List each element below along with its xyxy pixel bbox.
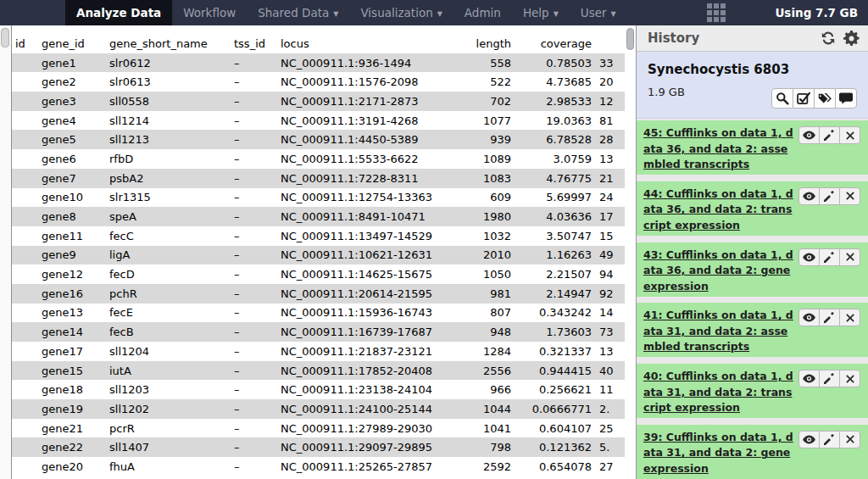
- table-cell: 1044: [476, 399, 511, 419]
- history-item-title[interactable]: 41: Cufflinks on data 1, data 31, and da…: [643, 308, 797, 355]
- table-cell: NC_000911.1:8491-10471: [281, 207, 476, 226]
- grid-menu-icon[interactable]: [707, 3, 727, 24]
- table-cell: –: [234, 207, 281, 226]
- nav-item[interactable]: Visualization ▼: [349, 0, 453, 25]
- nav-item-label: Analyze Data: [76, 6, 161, 19]
- table-cell: rfbD: [109, 149, 234, 169]
- table-row: gene16pchR–NC_000911.1:20614-215959812.1…: [12, 284, 625, 304]
- table-cell: 40: [592, 361, 625, 381]
- delete-icon[interactable]: [839, 248, 860, 266]
- table-cell: 2.21507: [511, 265, 592, 284]
- delete-icon[interactable]: [839, 126, 860, 144]
- table-cell: 14: [592, 304, 625, 323]
- table-cell: NC_000911.1:12754-13363: [281, 188, 476, 208]
- history-item[interactable]: 45: Cufflinks on data 1, data 36, and da…: [637, 120, 868, 175]
- column-header-coverage: coverage: [511, 34, 592, 53]
- table-cell: NC_000911.1:27989-29030: [281, 419, 476, 438]
- nav-item[interactable]: Shared Data ▼: [247, 0, 349, 25]
- table-cell: [12, 380, 42, 399]
- table-row: gene14fecB–NC_000911.1:16739-176879481.7…: [12, 322, 625, 342]
- history-item-title[interactable]: 44: Cufflinks on data 1, data 36, and da…: [643, 187, 797, 234]
- table-cell: [12, 169, 42, 188]
- annotation-icon[interactable]: [835, 88, 857, 109]
- table-cell: 17: [592, 207, 625, 226]
- history-item[interactable]: 39: Cufflinks on data 1, data 31, and da…: [637, 425, 868, 479]
- history-item-title[interactable]: 40: Cufflinks on data 1, data 31, and da…: [643, 369, 797, 416]
- history-item[interactable]: 41: Cufflinks on data 1, data 31, and da…: [637, 303, 868, 357]
- table-row: gene2slr0613–NC_000911.1:1576-20985224.7…: [12, 72, 625, 92]
- table-cell: 4.76775: [511, 169, 592, 188]
- eye-icon[interactable]: [798, 431, 820, 448]
- refresh-icon[interactable]: [820, 31, 836, 47]
- pencil-icon[interactable]: [819, 309, 840, 326]
- left-scrollbar-thumb[interactable]: [1, 28, 9, 47]
- table-scrollbar-thumb[interactable]: [626, 28, 634, 50]
- table-cell: 609: [476, 188, 511, 208]
- table-cell: gene12: [42, 265, 109, 284]
- table-cell: sll0558: [109, 92, 234, 111]
- table-cell: 3.0759: [511, 149, 592, 169]
- history-item[interactable]: 40: Cufflinks on data 1, data 31, and da…: [637, 364, 868, 418]
- delete-icon[interactable]: [839, 187, 860, 205]
- table-cell: NC_000911.1:7228-8311: [281, 169, 476, 188]
- column-header-id: id: [12, 34, 42, 53]
- delete-icon[interactable]: [839, 431, 860, 448]
- table-cell: gene11: [42, 226, 109, 246]
- delete-icon[interactable]: [839, 370, 860, 387]
- pencil-icon[interactable]: [819, 126, 840, 144]
- history-item-title[interactable]: 39: Cufflinks on data 1, data 31, and da…: [643, 430, 797, 477]
- table-cell: 20: [592, 72, 625, 92]
- table-cell: psbA2: [109, 169, 234, 188]
- history-item-buttons: [799, 126, 860, 144]
- delete-icon[interactable]: [839, 309, 860, 326]
- history-item[interactable]: 44: Cufflinks on data 1, data 36, and da…: [637, 181, 868, 236]
- table-cell: 0.0666771: [511, 399, 592, 419]
- column-header-length: length: [476, 34, 511, 53]
- table-cell: pcrR: [109, 419, 234, 438]
- eye-icon[interactable]: [798, 126, 820, 144]
- history-item-title[interactable]: 43: Cufflinks on data 1, data 36, and da…: [643, 248, 797, 295]
- table-cell: 6.78528: [511, 130, 592, 149]
- pencil-icon[interactable]: [819, 187, 840, 205]
- eye-icon[interactable]: [798, 187, 820, 205]
- tags-icon[interactable]: [814, 88, 836, 109]
- table-cell: 1980: [476, 207, 511, 226]
- grid-cell: [714, 17, 719, 22]
- gear-icon[interactable]: [843, 31, 860, 47]
- nav-item[interactable]: User ▼: [570, 0, 627, 25]
- table-cell: [12, 149, 42, 169]
- history-name[interactable]: Synechocystis 6803: [648, 62, 868, 77]
- nav-item[interactable]: Analyze Data ▼: [65, 0, 172, 25]
- checked-box-icon[interactable]: [793, 88, 815, 109]
- pencil-icon[interactable]: [819, 370, 840, 387]
- table-cell: [12, 265, 42, 284]
- search-icon[interactable]: [771, 88, 793, 109]
- eye-icon[interactable]: [798, 248, 820, 266]
- table-row: gene10slr1315–NC_000911.1:12754-13363609…: [12, 188, 625, 208]
- history-item-title[interactable]: 45: Cufflinks on data 1, data 36, and da…: [643, 125, 797, 173]
- table-cell: slr1315: [109, 188, 234, 208]
- eye-icon[interactable]: [798, 370, 820, 387]
- table-cell: 92: [592, 284, 625, 304]
- table-cell: speA: [109, 207, 234, 226]
- pencil-icon[interactable]: [819, 248, 840, 266]
- grid-cell: [707, 17, 712, 22]
- nav-item-label: Help: [523, 6, 549, 19]
- nav-item-label: Workflow: [183, 6, 236, 19]
- table-row: gene19sll1202–NC_000911.1:24100-25144104…: [12, 399, 625, 419]
- nav-item[interactable]: Workflow ▼: [172, 0, 247, 25]
- table-cell: pchR: [109, 284, 234, 304]
- table-cell: 33: [592, 53, 625, 73]
- table-cell: 81: [592, 111, 625, 131]
- chevron-down-icon: ▼: [611, 10, 616, 18]
- eye-icon[interactable]: [798, 309, 820, 326]
- table-cell: NC_000911.1:13497-14529: [281, 226, 476, 246]
- pencil-icon[interactable]: [819, 431, 840, 448]
- table-row: gene1slr0612–NC_000911.1:936-14945580.78…: [12, 53, 625, 73]
- table-cell: NC_000911.1:20614-21595: [281, 284, 476, 304]
- table-cell: –: [234, 284, 281, 304]
- table-scrollbar[interactable]: [625, 25, 636, 479]
- history-item[interactable]: 43: Cufflinks on data 1, data 36, and da…: [637, 242, 868, 297]
- nav-item[interactable]: Help ▼: [512, 0, 570, 25]
- nav-item[interactable]: Admin ▼: [453, 0, 512, 25]
